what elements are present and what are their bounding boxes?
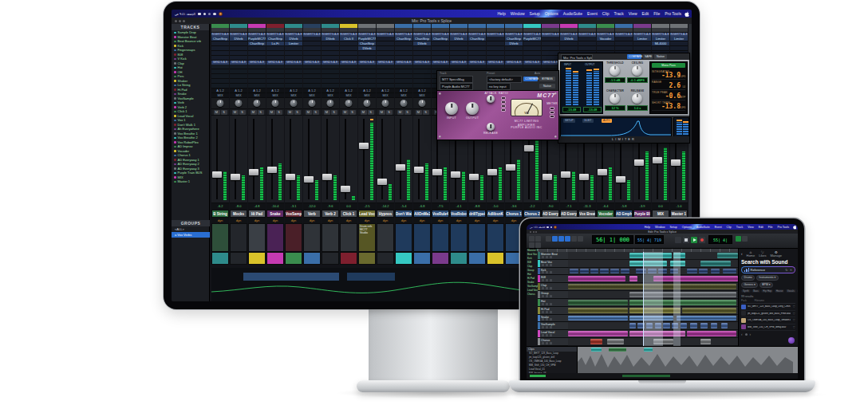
audio-clip[interactable] xyxy=(607,339,624,344)
track-name-plate[interactable]: Purple BUS xyxy=(633,210,651,218)
splice-nav-back[interactable]: ‹ xyxy=(741,253,743,255)
track-name-plate[interactable]: MIX xyxy=(652,210,669,218)
solo-button[interactable]: S xyxy=(349,110,356,115)
track-name-plate[interactable]: VoxRobot2 xyxy=(450,210,468,218)
audio-clip[interactable] xyxy=(621,269,629,274)
fader-cap[interactable] xyxy=(598,169,607,175)
recording-indicator-icon[interactable] xyxy=(554,226,557,229)
preset-pill[interactable]: Mono Pass xyxy=(652,63,685,68)
automation-mode[interactable]: dyn xyxy=(340,218,357,223)
heart-icon[interactable]: ♡ xyxy=(792,318,795,322)
mute-button[interactable]: M xyxy=(232,110,239,115)
track-header[interactable]: Snake xyxy=(538,315,568,323)
tracks-panel-header[interactable]: TRACKS xyxy=(172,24,209,30)
menu-event[interactable]: Event xyxy=(585,11,600,16)
pan-knob[interactable] xyxy=(400,100,408,107)
comments-block[interactable] xyxy=(432,223,449,252)
fader-cap[interactable] xyxy=(322,174,332,180)
mute-button[interactable]: M xyxy=(324,110,330,115)
track-header[interactable]: Hat xyxy=(538,299,568,307)
track-header[interactable]: Group xyxy=(538,291,568,299)
splice-nav-likes[interactable]: ♡Likes xyxy=(759,251,766,257)
comments-block[interactable] xyxy=(468,223,486,252)
result-row[interactable]: MM_Shift_130_CH_VPM_Bmaj.wav♡ xyxy=(741,324,795,332)
pan-knob[interactable] xyxy=(419,100,426,107)
meter-buttons[interactable] xyxy=(550,107,554,118)
audio-clip[interactable] xyxy=(568,308,628,313)
audio-clip[interactable] xyxy=(699,269,708,274)
record-button[interactable] xyxy=(699,237,705,243)
tag-chip[interactable]: Bass xyxy=(752,289,760,293)
plugin-name-selector[interactable]: Purple Audio MC77 xyxy=(440,83,473,90)
menu-help[interactable]: Help xyxy=(495,11,507,16)
audio-clip[interactable] xyxy=(687,269,697,274)
graph-tab-setup[interactable]: SETUP xyxy=(563,119,575,123)
battery-icon[interactable] xyxy=(546,226,549,228)
pan-knob[interactable] xyxy=(309,100,316,107)
automation-mode[interactable]: dyn xyxy=(285,218,302,223)
comments-block[interactable]: Drum refs MC77 Studio xyxy=(358,223,376,252)
rewind-button[interactable] xyxy=(675,237,681,243)
automation-mode[interactable]: dyn xyxy=(468,218,486,223)
automation-mode[interactable]: dyn xyxy=(487,218,504,223)
track-name-plate[interactable]: Master 1 xyxy=(670,210,688,218)
comments-block[interactable] xyxy=(230,223,247,252)
automation-mode[interactable]: dyn xyxy=(377,218,394,223)
filter-chip[interactable]: BPM ▾ xyxy=(760,282,773,288)
mute-button[interactable]: M xyxy=(361,110,367,115)
menu-track[interactable]: Track xyxy=(611,11,625,16)
release-knob[interactable] xyxy=(487,123,495,131)
scrubber-tool-button[interactable] xyxy=(571,236,577,242)
fader-cap[interactable] xyxy=(634,159,644,166)
compare-button[interactable]: COMPARE xyxy=(523,77,538,81)
comments-block[interactable] xyxy=(285,223,302,252)
attack-knob[interactable] xyxy=(487,95,495,103)
pan-knob[interactable] xyxy=(217,100,224,107)
heart-icon[interactable]: ♡ xyxy=(792,325,795,329)
result-row[interactable]: jm_loop125_glisten_drill_bass_Fmin.wav♡ xyxy=(741,311,795,318)
filter-chip[interactable]: Instruments ▾ xyxy=(756,275,779,281)
battery-icon[interactable] xyxy=(198,13,201,15)
audio-clip[interactable] xyxy=(687,331,736,336)
audio-clip[interactable] xyxy=(568,331,628,336)
audio-clip[interactable] xyxy=(700,323,708,328)
mute-button[interactable]: M xyxy=(397,110,404,115)
filter-chip[interactable]: Drums xyxy=(741,275,755,281)
solo-button[interactable]: S xyxy=(404,110,411,115)
ratio-buttons[interactable] xyxy=(501,96,506,112)
solo-button[interactable]: S xyxy=(294,110,301,115)
track-name-plate[interactable]: AllOnMe2 xyxy=(413,210,431,218)
audio-clip[interactable] xyxy=(721,323,728,328)
solo-button[interactable]: S xyxy=(276,110,282,115)
comments-block[interactable] xyxy=(248,223,266,252)
track-name-plate[interactable]: Chorus 2 xyxy=(523,210,541,218)
next-page-icon[interactable]: › xyxy=(750,332,752,336)
mute-button[interactable]: M xyxy=(306,110,312,115)
audio-clip[interactable] xyxy=(663,323,670,328)
menu-audiosuite[interactable]: AudioSuite xyxy=(694,226,712,229)
track-name-plate[interactable]: Vox Breathe xyxy=(578,210,596,218)
comments-block[interactable] xyxy=(211,223,229,252)
fader-cap[interactable] xyxy=(542,174,552,180)
fader-cap[interactable] xyxy=(341,186,350,192)
track-name-plate[interactable]: B String xyxy=(211,210,229,218)
automation-mode[interactable]: dyn xyxy=(395,218,412,223)
automation-mode[interactable]: dyn xyxy=(358,218,376,223)
track-name-plate[interactable]: Lead Vocal xyxy=(358,210,376,218)
track-name-plate[interactable]: AdlibsnKme xyxy=(487,210,504,218)
pan-knob[interactable] xyxy=(254,100,261,107)
limiter-plugin-window[interactable]: COMPARE SAFE Native Mix: Pro Tools x Spl… xyxy=(558,53,690,144)
fader-cap[interactable] xyxy=(671,159,681,166)
spotlight-icon[interactable] xyxy=(208,13,211,15)
tag-chip[interactable]: Hip Hop xyxy=(761,289,773,293)
automation-mode[interactable]: dyn xyxy=(413,218,431,223)
audio-clip[interactable] xyxy=(629,323,637,328)
fader-cap[interactable] xyxy=(231,174,240,180)
key-input-selector[interactable]: no key input xyxy=(487,83,511,90)
track-name-plate[interactable]: Verb 2 xyxy=(322,210,339,218)
automation-mode[interactable]: dyn xyxy=(248,218,266,223)
audio-clip[interactable] xyxy=(629,276,638,281)
audio-clip[interactable] xyxy=(682,308,736,313)
audio-clip[interactable] xyxy=(568,276,625,281)
apple-logo-icon[interactable] xyxy=(793,225,797,230)
